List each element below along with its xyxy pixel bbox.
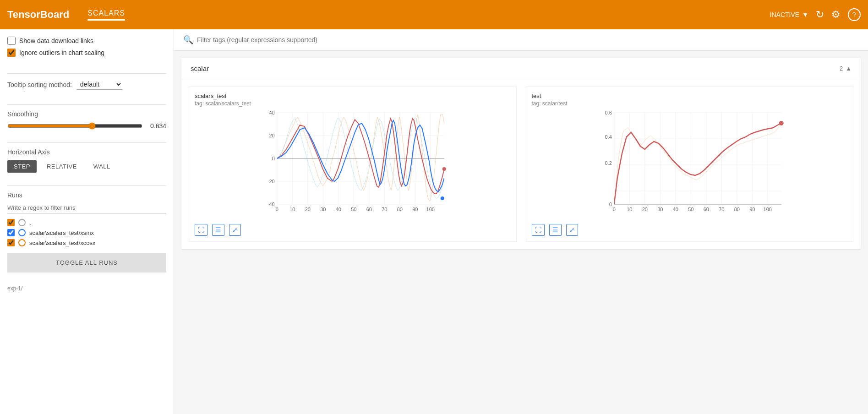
filter-input[interactable] <box>197 36 859 44</box>
charts-row: scalars_test tag: scalar/scalars_test <box>181 79 861 249</box>
run-label-xcosx: scalar\scalars_test\xcosx <box>29 240 96 246</box>
svg-text:80: 80 <box>734 207 739 212</box>
svg-text:50: 50 <box>688 207 693 212</box>
svg-text:-40: -40 <box>267 202 275 207</box>
haxis-relative-button[interactable]: RELATIVE <box>40 160 83 173</box>
chart-scalars-test-expand-btn[interactable]: ⛶ <box>195 224 207 236</box>
svg-text:70: 70 <box>382 207 387 212</box>
svg-text:80: 80 <box>397 207 403 212</box>
chart-scalars-test-title: scalars_test <box>195 93 511 99</box>
svg-text:0.6: 0.6 <box>605 110 611 115</box>
runs-section: Runs . scalar\scalars_test\xsinx scalar\… <box>7 191 166 272</box>
ignore-outliers-checkbox[interactable] <box>7 49 16 57</box>
run-checkbox-xcosx[interactable] <box>7 239 15 246</box>
scalar-section-card: scalar 2 ▲ scalars_test tag: scalar/scal… <box>181 58 861 249</box>
svg-text:40: 40 <box>269 110 275 115</box>
svg-text:100: 100 <box>426 207 435 212</box>
chart-scalars-test-fit-btn[interactable]: ⤢ <box>229 224 241 236</box>
runs-title: Runs <box>7 191 166 199</box>
run-row-xcosx: scalar\scalars_test\xcosx <box>7 239 166 246</box>
run-label-dot: . <box>29 219 31 226</box>
svg-text:50: 50 <box>351 207 356 212</box>
svg-text:100: 100 <box>763 207 771 212</box>
ignore-outliers-label: Ignore outliers in chart scaling <box>19 49 104 56</box>
ignore-outliers-row: Ignore outliers in chart scaling <box>7 49 166 57</box>
svg-text:10: 10 <box>289 207 295 212</box>
run-checkbox-dot[interactable] <box>7 219 15 226</box>
svg-text:10: 10 <box>627 207 632 212</box>
chart-test-svg: 0.6 0.4 0.2 0 0 10 20 30 40 50 60 <box>532 110 848 220</box>
show-download-label: Show data download links <box>19 37 93 44</box>
svg-text:20: 20 <box>269 133 275 138</box>
smoothing-value: 0.634 <box>148 122 166 130</box>
haxis-step-button[interactable]: STEP <box>7 160 37 173</box>
scalar-count-value: 2 <box>840 65 843 72</box>
status-indicator: INACTIVE ▼ <box>770 11 808 18</box>
svg-text:30: 30 <box>320 207 326 212</box>
svg-text:60: 60 <box>366 207 372 212</box>
svg-point-54 <box>779 121 783 125</box>
run-circle-dot <box>18 219 26 226</box>
chart-scalars-test-controls: ⛶ ☰ ⤢ <box>195 224 511 236</box>
app-logo: TensorBoard <box>7 9 69 21</box>
run-circle-xsinx <box>18 229 26 236</box>
runs-filter-input[interactable] <box>7 202 166 213</box>
divider-3 <box>7 142 166 143</box>
smoothing-row: 0.634 <box>7 122 166 130</box>
haxis-section: Horizontal Axis STEP RELATIVE WALL <box>7 148 166 173</box>
tooltip-section: Tooltip sorting method: default descendi… <box>7 79 166 92</box>
svg-text:-20: -20 <box>267 179 275 184</box>
nav-section-label: SCALARS <box>87 9 125 21</box>
svg-text:0: 0 <box>272 156 275 161</box>
main-layout: Show data download links Ignore outliers… <box>0 29 868 414</box>
chart-scalars-test-data-btn[interactable]: ☰ <box>212 224 224 236</box>
svg-point-19 <box>441 196 444 200</box>
show-download-checkbox[interactable] <box>7 37 16 45</box>
scalar-section-name: scalar <box>191 65 209 72</box>
settings-icon[interactable]: ⚙ <box>831 9 841 21</box>
svg-text:0: 0 <box>609 202 611 207</box>
smoothing-title: Smoothing <box>7 110 166 118</box>
haxis-title: Horizontal Axis <box>7 148 166 156</box>
chart-test-title: test <box>532 93 848 99</box>
refresh-icon[interactable]: ↻ <box>816 9 824 21</box>
haxis-wall-button[interactable]: WALL <box>87 160 117 173</box>
divider-2 <box>7 104 166 105</box>
run-circle-xcosx <box>18 239 26 246</box>
haxis-buttons: STEP RELATIVE WALL <box>7 160 166 173</box>
svg-text:0.4: 0.4 <box>605 134 611 140</box>
smoothing-slider[interactable] <box>7 122 142 130</box>
show-download-row: Show data download links <box>7 37 166 45</box>
sidebar-options: Show data download links Ignore outliers… <box>7 37 166 60</box>
tooltip-row: Tooltip sorting method: default descendi… <box>7 79 166 90</box>
chart-test-fit-btn[interactable]: ⤢ <box>566 224 578 236</box>
chart-test-expand-btn[interactable]: ⛶ <box>532 224 545 236</box>
svg-text:0.2: 0.2 <box>605 160 611 166</box>
toggle-all-runs-button[interactable]: TOGGLE ALL RUNS <box>7 253 166 272</box>
svg-text:20: 20 <box>305 207 311 212</box>
run-checkbox-xsinx[interactable] <box>7 229 15 236</box>
divider-1 <box>7 73 166 74</box>
chart-scalars-test: scalars_test tag: scalar/scalars_test <box>189 87 517 242</box>
run-row-xsinx: scalar\scalars_test\xsinx <box>7 229 166 236</box>
chart-scalars-test-area: 40 20 0 -20 -40 0 10 20 30 40 50 <box>195 110 511 220</box>
collapse-icon[interactable]: ▲ <box>846 65 852 72</box>
status-dropdown-icon[interactable]: ▼ <box>802 11 808 18</box>
divider-4 <box>7 185 166 186</box>
filter-search-icon: 🔍 <box>183 35 193 45</box>
svg-point-18 <box>442 167 446 171</box>
chart-test-controls: ⛶ ☰ ⤢ <box>532 224 848 236</box>
scalar-section-header: scalar 2 ▲ <box>181 58 861 79</box>
chart-test-data-btn[interactable]: ☰ <box>549 224 562 236</box>
tooltip-label: Tooltip sorting method: <box>7 81 72 88</box>
tooltip-select[interactable]: default descending ascending nearest <box>76 79 122 90</box>
sidebar-footer: exp-1/ <box>7 285 166 292</box>
help-icon[interactable]: ? <box>848 8 861 21</box>
svg-text:40: 40 <box>672 207 678 212</box>
svg-text:90: 90 <box>412 207 418 212</box>
svg-text:40: 40 <box>336 207 341 212</box>
svg-text:30: 30 <box>657 207 663 212</box>
topnav-right: INACTIVE ▼ ↻ ⚙ ? <box>770 8 861 21</box>
svg-text:0: 0 <box>276 207 278 212</box>
svg-text:70: 70 <box>719 207 724 212</box>
